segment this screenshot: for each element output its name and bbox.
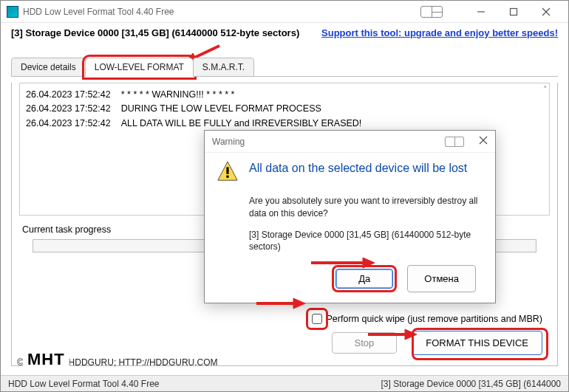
- button-row: Stop FORMAT THIS DEVICE: [332, 331, 542, 355]
- dialog-cancel-button[interactable]: Отмена: [407, 265, 476, 292]
- svg-rect-7: [226, 167, 228, 173]
- warning-icon: [217, 160, 239, 185]
- app-icon: [7, 6, 18, 18]
- minimize-button[interactable]: [465, 1, 497, 22]
- log-line-1: * * * * * WARNING!!! * * * * *: [121, 88, 235, 102]
- annotation-highlight: [306, 308, 328, 330]
- log-line-2: DURING THE LOW LEVEL FORMAT PROCESS: [121, 102, 321, 116]
- dialog-device-text: [3] Storage Device 0000 [31,45 GB] (6144…: [249, 229, 483, 254]
- quick-wipe-row: Perform quick wipe (just remove partitio…: [312, 314, 542, 324]
- quick-wipe-label: Perform quick wipe (just remove partitio…: [327, 314, 542, 324]
- tab-bar: Device details LOW-LEVEL FORMAT S.M.A.R.…: [1, 56, 568, 77]
- dialog-titlebar: Warning: [205, 131, 495, 153]
- scroll-up-icon[interactable]: ˄: [543, 85, 548, 94]
- stop-button[interactable]: Stop: [332, 332, 398, 354]
- tab-device-details[interactable]: Device details: [11, 58, 86, 77]
- svg-rect-1: [511, 8, 517, 15]
- annotation-highlight: Да: [332, 265, 397, 292]
- maximize-button[interactable]: [497, 1, 530, 22]
- status-bar: HDD Low Level Format Tool 4.40 Free [3] …: [1, 375, 568, 391]
- log-line-3: ALL DATA WILL BE FULLY and IRREVERSIBLY …: [121, 117, 362, 131]
- statusbar-left: HDD Low Level Format Tool 4.40 Free: [8, 379, 160, 389]
- close-button[interactable]: [530, 1, 562, 22]
- log-timestamp: 26.04.2023 17:52:42: [26, 102, 111, 116]
- window-title: HDD Low Level Format Tool 4.40 Free: [23, 7, 174, 17]
- device-header-text: [3] Storage Device 0000 [31,45 GB] (6144…: [11, 27, 299, 38]
- mht-watermark: MHT: [23, 348, 69, 371]
- snap-layouts-icon[interactable]: [445, 137, 464, 147]
- dialog-headline: All data on the selected device will be …: [249, 162, 467, 175]
- svg-rect-8: [226, 176, 228, 178]
- tab-smart[interactable]: S.M.A.R.T.: [193, 58, 254, 77]
- dialog-close-button[interactable]: [479, 136, 488, 147]
- snap-layouts-icon[interactable]: [420, 6, 443, 18]
- dialog-yes-button[interactable]: Да: [335, 269, 393, 289]
- log-timestamp: 26.04.2023 17:52:42: [26, 88, 111, 102]
- window-titlebar: HDD Low Level Format Tool 4.40 Free: [1, 1, 568, 23]
- format-this-device-button[interactable]: FORMAT THIS DEVICE: [412, 331, 542, 355]
- dialog-title: Warning: [212, 137, 245, 147]
- device-header: [3] Storage Device 0000 [31,45 GB] (6144…: [1, 23, 568, 44]
- dialog-text: Are you absolutely sure you want to irre…: [249, 195, 483, 220]
- warning-dialog: Warning All data on the selected device …: [204, 130, 496, 303]
- tab-low-level-format[interactable]: LOW-LEVEL FORMAT: [85, 58, 194, 77]
- statusbar-right: [3] Storage Device 0000 [31,45 GB] (6144…: [381, 379, 562, 389]
- log-timestamp: 26.04.2023 17:52:42: [26, 117, 111, 131]
- support-link[interactable]: Support this tool: upgrade and enjoy bet…: [321, 27, 558, 38]
